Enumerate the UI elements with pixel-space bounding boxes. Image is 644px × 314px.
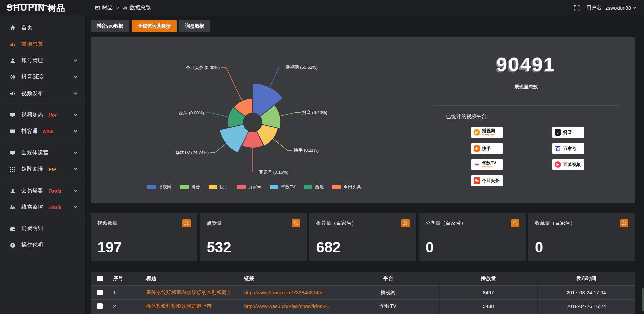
douyin-icon: ♪ bbox=[555, 129, 561, 136]
pie-label-line bbox=[270, 67, 284, 87]
stat-label: 推荐量（百家号） bbox=[316, 220, 356, 226]
row-checkbox[interactable] bbox=[97, 290, 103, 295]
legend-item[interactable]: 西瓜 bbox=[304, 184, 324, 190]
sidebar-item-data-overview[interactable]: 数据总览 bbox=[0, 36, 85, 52]
scrollbar-thumb[interactable] bbox=[642, 288, 644, 311]
breadcrumb-current[interactable]: 数据总览 bbox=[123, 4, 151, 11]
home-icon bbox=[10, 25, 17, 31]
videos-table: 序号 标题 链接 平台 播放量 发布时间 1 室外水纹灯和室内水纹灯的区别和简介… bbox=[91, 272, 635, 314]
sidebar-item-instructions[interactable]: ? 操作说明 bbox=[0, 237, 85, 253]
user-menu[interactable]: 用户名: zswodun88 bbox=[586, 5, 636, 11]
legend-item[interactable]: 今日头条 bbox=[332, 184, 361, 190]
pie-slice[interactable] bbox=[220, 124, 249, 153]
hot-badge: Hot bbox=[48, 112, 57, 118]
legend-item[interactable]: 播视网 bbox=[147, 184, 171, 190]
legend-item[interactable]: 抖音 bbox=[180, 184, 200, 190]
breadcrumb-separator: > bbox=[116, 5, 119, 10]
legend-swatch bbox=[332, 185, 341, 189]
cell-publish-time: 2018-04-26 16:24 bbox=[537, 299, 635, 313]
pie-label: 今日头条 (0.00%) bbox=[186, 65, 220, 70]
cell-no: 2 bbox=[109, 299, 142, 313]
total-badge: 总 bbox=[511, 219, 519, 227]
breadcrumb-current-label: 数据总览 bbox=[129, 4, 151, 11]
cell-no: 1 bbox=[109, 285, 142, 299]
sidebar-item-label: 数据总览 bbox=[21, 41, 43, 48]
user-icon bbox=[10, 188, 17, 194]
platforms-title: 已统计的视频平台: bbox=[446, 113, 488, 120]
stat-cards: 视频数量总 197 点赞量总 532 推荐量（百家号）总 682 分享量（百家号… bbox=[91, 213, 635, 261]
col-header-platform: 平台 bbox=[337, 272, 439, 285]
legend-swatch bbox=[147, 185, 156, 189]
stat-value: 197 bbox=[91, 233, 197, 256]
sidebar-item-label: 矩阵助推 bbox=[21, 166, 43, 173]
app-logo: SHUPIN 树品 bbox=[0, 3, 85, 12]
platform-name: 华数TV bbox=[482, 161, 496, 165]
stat-label: 视频数量 bbox=[97, 220, 117, 226]
legend-label: 华数TV bbox=[281, 184, 296, 190]
boosj-icon: ▶ bbox=[474, 129, 480, 136]
logo-arc bbox=[6, 4, 54, 8]
sidebar-item-member-burst[interactable]: 会员爆客 Tools bbox=[0, 182, 85, 199]
legend-swatch bbox=[304, 185, 312, 189]
chevron-down-icon bbox=[74, 75, 77, 78]
total-badge: 总 bbox=[292, 219, 300, 227]
bar-chart-icon bbox=[10, 42, 17, 47]
sidebar-item-douyin-seo[interactable]: 抖音SEO bbox=[0, 69, 85, 85]
cell-platform: 华数TV bbox=[337, 299, 439, 313]
platform-badge-xigua: ▶ 西瓜视频 bbox=[552, 159, 584, 170]
sidebar-item-label: 视频加热 bbox=[21, 111, 43, 118]
sidebar-divider bbox=[0, 180, 85, 180]
sidebar-item-home[interactable]: 首页 bbox=[0, 19, 85, 36]
sidebar-item-video-heating[interactable]: 视频加热 Hot bbox=[0, 107, 85, 123]
horizontal-divider bbox=[433, 105, 619, 106]
chat-icon bbox=[10, 129, 17, 134]
pie-label: 抖音 (9.40%) bbox=[302, 110, 327, 115]
breadcrumb-root[interactable]: 树品 bbox=[95, 4, 113, 11]
cell-title-link[interactable]: 楼体投影灯投影效果震撼上市 bbox=[142, 299, 240, 313]
legend-item[interactable]: 快手 bbox=[209, 184, 228, 190]
cell-url-link[interactable]: http://www.boosj.com/7338468.html bbox=[240, 285, 337, 299]
stat-value: 0 bbox=[528, 233, 635, 256]
table-header-row: 序号 标题 链接 平台 播放量 发布时间 bbox=[91, 272, 635, 285]
sidebar-item-doketong[interactable]: 抖客通 New bbox=[0, 123, 85, 140]
legend-item[interactable]: 华数TV bbox=[270, 184, 296, 190]
megaphone-icon bbox=[10, 91, 17, 96]
pie-label-line bbox=[206, 113, 228, 117]
sidebar-item-account-management[interactable]: 账号管理 bbox=[0, 52, 85, 69]
pie-label-line bbox=[253, 148, 257, 172]
chevron-down-icon bbox=[74, 58, 77, 62]
pie-label: 百家号 (0.15%) bbox=[259, 170, 288, 175]
sidebar-item-lead-monitor[interactable]: 线索监控 Tools bbox=[0, 199, 85, 215]
pie-label-line bbox=[210, 144, 226, 152]
tab-omni-media-data[interactable]: 全媒体运营数据 bbox=[132, 20, 177, 32]
tab-inquiry-data[interactable]: 询盘数据 bbox=[179, 20, 210, 32]
cell-title-link[interactable]: 室外水纹灯和室内水纹灯的区别和简介 bbox=[142, 285, 240, 299]
platform-badge-toutiao: 头 今日头条 bbox=[471, 175, 503, 186]
legend-item[interactable]: 百家号 bbox=[237, 184, 261, 190]
pie-label: 播视网 (65.61%) bbox=[285, 65, 317, 70]
baijiahao-icon: 百 bbox=[555, 145, 561, 152]
pie-label-line bbox=[273, 139, 292, 150]
user-icon bbox=[10, 58, 17, 63]
tab-douyin-seo-data[interactable]: 抖音seo数据 bbox=[91, 20, 129, 32]
sidebar-item-matrix-boost[interactable]: 矩阵助推 VIP bbox=[0, 161, 85, 177]
sidebar-item-spending-detail[interactable]: 消费明细 bbox=[0, 220, 85, 237]
select-all-checkbox[interactable] bbox=[97, 276, 103, 281]
wasu-icon: ✳ bbox=[474, 161, 480, 168]
chart-panel: 播视网 (65.61%)抖音 (9.40%)快手 (0.11%)百家号 (0.1… bbox=[91, 37, 635, 203]
sidebar-item-omni-media[interactable]: 全媒体运营 bbox=[0, 145, 85, 161]
sidebar-item-video-publish[interactable]: 视频发布 bbox=[0, 85, 85, 102]
dashboard-page: { "topbar": { "logo": { "text_en": "SHUP… bbox=[0, 0, 644, 314]
xigua-icon: ▶ bbox=[555, 161, 561, 168]
gear-icon bbox=[10, 74, 17, 80]
row-checkbox[interactable] bbox=[97, 303, 103, 309]
legend-swatch bbox=[209, 185, 217, 189]
table-row: 1 室外水纹灯和室内水纹灯的区别和简介 http://www.boosj.com… bbox=[91, 285, 635, 299]
sidebar-item-label: 抖客通 bbox=[21, 128, 38, 135]
fullscreen-icon[interactable] bbox=[574, 5, 580, 11]
col-header-no: 序号 bbox=[109, 272, 142, 285]
topbar: SHUPIN 树品 树品 > 数据总览 用户名: zswodun88 bbox=[0, 0, 644, 15]
cell-url-link[interactable]: http://www.wasu.cn/Play/show/id/952... bbox=[240, 299, 337, 313]
help-icon: ? bbox=[10, 243, 17, 248]
new-badge: New bbox=[43, 129, 53, 134]
